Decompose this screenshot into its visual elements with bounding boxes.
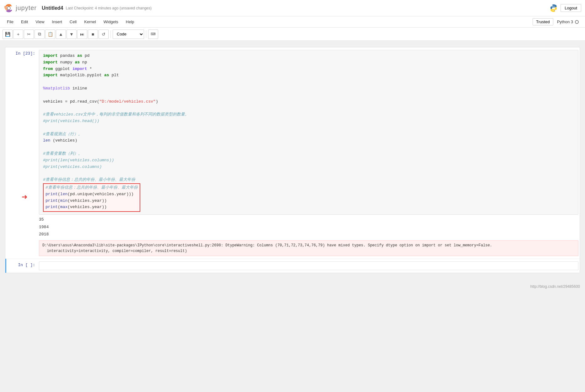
menu-help[interactable]: Help: [123, 18, 137, 25]
menubar: File Edit View Insert Cell Kernel Widget…: [0, 16, 585, 28]
header-right: Logout: [549, 4, 581, 13]
empty-code-editor[interactable]: [39, 261, 578, 270]
cell-prompt-23: In [23]:: [6, 47, 38, 259]
jupyter-logo: jupyter: [4, 3, 37, 13]
main-content: In [23]: import pandas as pd import nump…: [0, 41, 585, 282]
kernel-name: Python 3: [557, 19, 573, 24]
header: jupyter Untitled4 Last Checkpoint: 4 min…: [0, 0, 585, 16]
svg-point-8: [554, 10, 555, 11]
empty-cell: In [ ]:: [5, 259, 580, 273]
menu-cell[interactable]: Cell: [67, 18, 80, 25]
svg-point-7: [552, 5, 553, 6]
fast-forward-button[interactable]: ⏭: [77, 30, 87, 39]
python-icon: [549, 4, 558, 13]
svg-point-5: [11, 10, 12, 11]
menu-file[interactable]: File: [4, 18, 17, 25]
paste-button[interactable]: 📋: [45, 30, 55, 39]
output-line-2: 1984: [39, 223, 576, 231]
footer-url: http://blog.csdn.net/29485600: [530, 284, 580, 289]
keyboard-shortcuts-button[interactable]: ⌨: [148, 30, 158, 39]
copy-button[interactable]: ⧉: [35, 30, 45, 39]
move-up-button[interactable]: ▲: [56, 30, 66, 39]
svg-point-6: [11, 5, 12, 7]
toolbar-separator: [110, 30, 111, 38]
output-area-23: 35 1984 2018: [39, 215, 578, 239]
restart-button[interactable]: ↺: [99, 30, 109, 39]
checkpoint-info: Last Checkpoint: 4 minutes ago (unsaved …: [66, 6, 152, 10]
menu-view[interactable]: View: [32, 18, 47, 25]
move-down-button[interactable]: ▼: [67, 30, 77, 39]
jupyter-brand-text: jupyter: [16, 4, 37, 12]
menu-edit[interactable]: Edit: [18, 18, 31, 25]
cell-type-select[interactable]: Code Markdown Raw NBConvert Heading: [113, 30, 144, 39]
jupyter-logo-icon: [4, 3, 14, 13]
kernel-status-indicator: [575, 20, 579, 24]
empty-cell-content[interactable]: [38, 259, 580, 273]
stop-button[interactable]: ■: [88, 30, 98, 39]
trusted-button[interactable]: Trusted: [533, 18, 553, 25]
footer: http://blog.csdn.net/29485600: [0, 282, 585, 291]
notebook-title[interactable]: Untitled4: [42, 5, 63, 11]
cell-content-23[interactable]: import pandas as pd import numpy as np f…: [38, 47, 580, 259]
toolbar-separator-2: [146, 30, 146, 38]
menu-insert[interactable]: Insert: [49, 18, 65, 25]
menu-widgets[interactable]: Widgets: [100, 18, 121, 25]
code-editor-23[interactable]: import pandas as pd import numpy as np f…: [39, 50, 578, 215]
code-cell-23: In [23]: import pandas as pd import nump…: [5, 47, 580, 259]
output-line-3: 2018: [39, 231, 576, 238]
kernel-info: Python 3: [555, 19, 581, 24]
cut-button[interactable]: ✂: [24, 30, 34, 39]
svg-point-3: [7, 7, 10, 10]
add-cell-button[interactable]: +: [13, 30, 23, 39]
menu-kernel[interactable]: Kernel: [81, 18, 99, 25]
svg-point-4: [6, 5, 7, 7]
output-warning-23: D:\Users\asus\Anaconda3\lib\site-package…: [39, 240, 578, 256]
save-button[interactable]: 💾: [3, 30, 13, 39]
toolbar: 💾 + ✂ ⧉ 📋 ▲ ▼ ⏭ ■ ↺ Code Markdown Raw NB…: [0, 28, 585, 41]
output-line-1: 35: [39, 216, 576, 223]
red-arrow: ➜: [22, 190, 27, 205]
svg-point-0: [6, 4, 11, 7]
notebook-container: In [23]: import pandas as pd import nump…: [5, 47, 580, 273]
logout-button[interactable]: Logout: [561, 4, 581, 12]
empty-cell-prompt: In [ ]:: [6, 259, 38, 273]
